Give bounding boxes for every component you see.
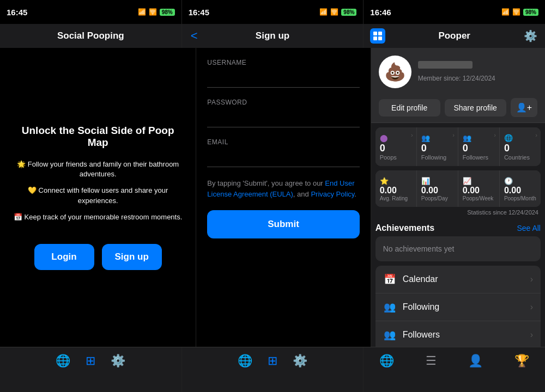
wifi-icon-p1: 🛜 — [149, 8, 157, 16]
following-value: 0 — [421, 143, 453, 154]
password-input[interactable] — [207, 109, 359, 127]
avg-rating-label: Avg. Rating — [380, 195, 412, 201]
stats-since: Statistics since 12/24/2024 — [371, 208, 545, 219]
submit-button[interactable]: Submit — [207, 210, 359, 238]
following-menu-icon: 👥 — [383, 301, 396, 313]
stat-poops-day[interactable]: 📊 0.00 Poops/Day — [417, 170, 458, 207]
calendar-chevron: › — [530, 274, 533, 284]
status-icons-p2: 📶 🛜 98% — [319, 8, 356, 16]
tab-globe-p1[interactable]: 🌐 — [56, 354, 70, 368]
poops-month-label: Poops/Month — [504, 195, 536, 201]
username-display — [418, 61, 473, 69]
edit-profile-button[interactable]: Edit profile — [379, 99, 440, 117]
stat-followers[interactable]: 👥 › 0 Followers — [458, 127, 499, 166]
tab-grid-p2[interactable]: ⊞ — [268, 354, 277, 368]
tab-globe-p3[interactable]: 🌐 — [379, 354, 394, 368]
settings-icon-p3[interactable]: ⚙️ — [524, 29, 537, 42]
panel-profile: 💩 Member since: 12/24/2024 Edit profile … — [371, 48, 545, 347]
poops-day-value: 0.00 — [421, 186, 453, 195]
avatar: 💩 — [379, 56, 411, 88]
auth-buttons: Login Sign up — [34, 244, 162, 270]
following-chevron: › — [452, 132, 455, 138]
tab-grid-p1[interactable]: ⊞ — [86, 354, 95, 368]
password-label: PASSWORD — [207, 99, 359, 106]
feature-list: 🌟 Follow your friends and family on thei… — [11, 160, 185, 229]
tab-globe-p2[interactable]: 🌐 — [238, 354, 252, 368]
stat-poops[interactable]: ⬤ › 0 Poops — [376, 127, 416, 166]
feature-item-3: 📅 Keep track of your memorable restroom … — [11, 212, 185, 222]
feature-item-2: 💛 Connect with fellow users and share yo… — [11, 186, 185, 205]
battery-p2: 98% — [341, 9, 356, 16]
calendar-label: Calendar — [403, 274, 530, 284]
tab-bar-p2: 🌐 ⊞ ⚙️ — [182, 347, 364, 392]
followers-menu-chevron: › — [530, 330, 533, 340]
tab-person-active-p3[interactable]: 👤 — [468, 354, 483, 368]
signup-form: USERNAME PASSWORD EMAIL By tapping 'Subm… — [196, 48, 370, 347]
stat-following[interactable]: 👥 › 0 Following — [417, 127, 458, 166]
grid-icon-p3[interactable] — [370, 28, 385, 44]
stat-poops-week[interactable]: 📈 0.00 Poops/Week — [458, 170, 499, 207]
welcome-headline: Unlock the Social Side of Poop Map — [11, 125, 185, 149]
menu-item-following[interactable]: 👥 Following › — [376, 293, 541, 321]
profile-actions: Edit profile Share profile 👤+ — [371, 93, 545, 123]
tab-menu-p3[interactable]: ☰ — [426, 354, 437, 368]
status-time-p2: 16:45 — [189, 8, 209, 17]
following-menu-label: Following — [403, 302, 530, 312]
nav-title-p3: Pooper — [438, 30, 470, 41]
tab-bar-p3: 🌐 ☰ 👤 🏆 — [364, 347, 545, 392]
login-button[interactable]: Login — [34, 244, 94, 270]
poops-day-label: Poops/Day — [421, 195, 453, 201]
password-field-group: PASSWORD — [207, 99, 359, 127]
email-field-group: EMAIL — [207, 138, 359, 167]
wifi-icon-p2: 🛜 — [330, 8, 338, 16]
nav-title-p1: Social Pooping — [57, 30, 124, 41]
tab-gear-p1[interactable]: ⚙️ — [111, 354, 125, 368]
calendar-icon: 📅 — [383, 273, 396, 285]
add-friend-button[interactable]: 👤+ — [511, 98, 537, 117]
stat-poops-month[interactable]: 🕐 0.00 Poops/Month — [500, 170, 541, 207]
back-button-p2[interactable]: < — [191, 29, 198, 43]
followers-icon: 👥 — [463, 134, 471, 142]
email-input[interactable] — [207, 149, 359, 167]
countries-chevron: › — [535, 132, 537, 138]
avg-rating-icon: ⭐ — [380, 177, 389, 185]
achievements-header: Achievements See All — [376, 219, 541, 236]
status-time-p1: 16:45 — [7, 8, 27, 17]
menu-item-followers[interactable]: 👥 Followers › — [376, 321, 541, 347]
status-icons-p3: 📶 🛜 98% — [501, 8, 538, 16]
poops-week-icon: 📈 — [463, 177, 471, 185]
privacy-link[interactable]: Privacy Policy — [311, 190, 354, 198]
member-since: Member since: 12/24/2024 — [418, 75, 495, 82]
poops-day-icon: 📊 — [421, 177, 430, 185]
menu-item-calendar[interactable]: 📅 Calendar › — [376, 266, 541, 293]
feature-item-1: 🌟 Follow your friends and family on thei… — [11, 160, 185, 179]
status-icons-p1: 📶 🛜 98% — [138, 8, 175, 16]
stat-avg-rating[interactable]: ⭐ 0.00 Avg. Rating — [376, 170, 416, 207]
see-all-button[interactable]: See All — [517, 224, 541, 232]
tab-trophy-p3[interactable]: 🏆 — [514, 354, 529, 368]
achievements-card: No achievements yet — [376, 236, 541, 261]
no-achievements-text: No achievements yet — [383, 244, 455, 253]
username-input[interactable] — [207, 70, 359, 88]
stat-countries[interactable]: 🌐 › 0 Countries — [500, 127, 541, 166]
following-menu-chevron: › — [530, 302, 533, 312]
countries-icon: 🌐 — [504, 134, 513, 142]
poops-value: 0 — [380, 143, 412, 154]
countries-label: Countries — [504, 154, 536, 161]
following-icon: 👥 — [421, 134, 430, 142]
profile-content: 💩 Member since: 12/24/2024 Edit profile … — [371, 48, 545, 347]
avg-rating-value: 0.00 — [380, 186, 412, 195]
username-label: USERNAME — [207, 59, 359, 66]
poops-icon: ⬤ — [380, 134, 388, 142]
poops-week-label: Poops/Week — [463, 195, 495, 201]
followers-label: Followers — [463, 154, 495, 161]
poops-month-value: 0.00 — [504, 186, 536, 195]
share-profile-button[interactable]: Share profile — [445, 99, 506, 117]
battery-p3: 98% — [523, 9, 538, 16]
achievements-title: Achievements — [376, 223, 435, 233]
signup-button[interactable]: Sign up — [102, 244, 162, 270]
followers-chevron: › — [494, 132, 496, 138]
poops-week-value: 0.00 — [463, 186, 495, 195]
profile-header: 💩 Member since: 12/24/2024 — [371, 48, 545, 93]
tab-gear-p2[interactable]: ⚙️ — [293, 354, 307, 368]
